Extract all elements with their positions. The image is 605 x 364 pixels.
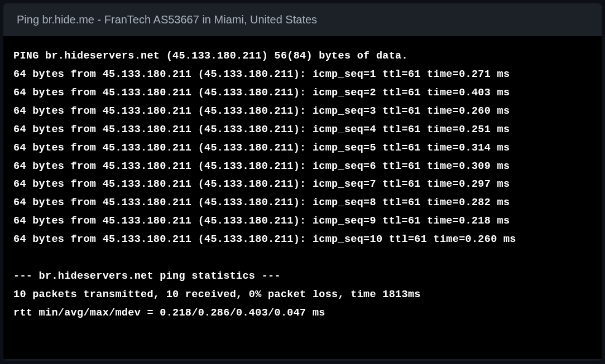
ping-reply-line: 64 bytes from 45.133.180.211 (45.133.180… — [13, 194, 592, 212]
blank-line — [13, 249, 592, 268]
ping-reply-line: 64 bytes from 45.133.180.211 (45.133.180… — [13, 139, 592, 158]
ping-reply-line: 64 bytes from 45.133.180.211 (45.133.180… — [13, 231, 592, 249]
ping-reply-line: 64 bytes from 45.133.180.211 (45.133.180… — [13, 84, 592, 103]
ping-reply-line: 64 bytes from 45.133.180.211 (45.133.180… — [13, 158, 592, 176]
panel-header: Ping br.hide.me - FranTech AS53667 in Mi… — [3, 3, 602, 36]
terminal-output: PING br.hideservers.net (45.133.180.211)… — [3, 36, 602, 359]
ping-replies: 64 bytes from 45.133.180.211 (45.133.180… — [13, 66, 592, 249]
ping-reply-line: 64 bytes from 45.133.180.211 (45.133.180… — [13, 121, 592, 139]
ping-reply-line: 64 bytes from 45.133.180.211 (45.133.180… — [13, 103, 592, 121]
ping-header-line: PING br.hideservers.net (45.133.180.211)… — [13, 47, 592, 66]
ping-panel: Ping br.hide.me - FranTech AS53667 in Mi… — [3, 3, 602, 361]
stats-header-line: --- br.hideservers.net ping statistics -… — [13, 268, 592, 286]
ping-reply-line: 64 bytes from 45.133.180.211 (45.133.180… — [13, 176, 592, 194]
ping-reply-line: 64 bytes from 45.133.180.211 (45.133.180… — [13, 212, 592, 231]
ping-reply-line: 64 bytes from 45.133.180.211 (45.133.180… — [13, 66, 592, 84]
panel-title: Ping br.hide.me - FranTech AS53667 in Mi… — [17, 13, 317, 26]
stats-rtt-line: rtt min/avg/max/mdev = 0.218/0.286/0.403… — [13, 304, 592, 323]
stats-summary-line: 10 packets transmitted, 10 received, 0% … — [13, 286, 592, 304]
